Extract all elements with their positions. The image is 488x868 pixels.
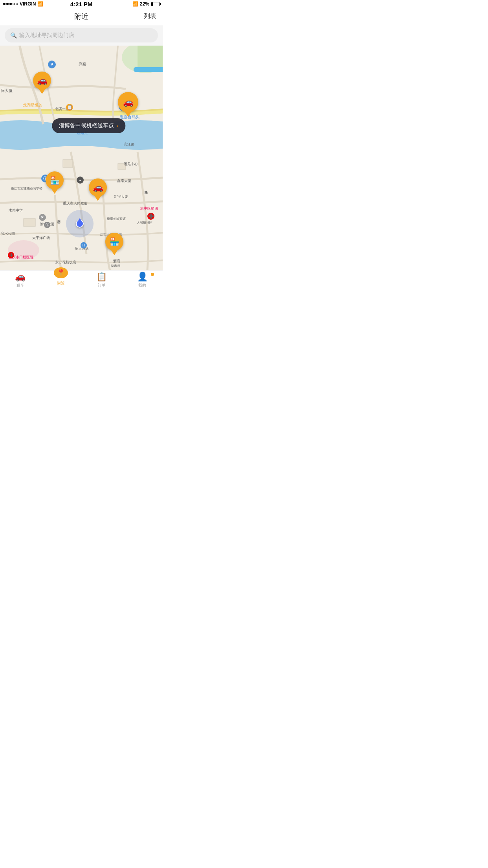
location-arrow (78, 218, 82, 221)
battery-box (151, 2, 160, 6)
pin-circle-1: 🚗 (33, 72, 51, 90)
fujin-icon: 📍 (54, 267, 68, 278)
car-icon-2: 🚗 (123, 97, 134, 107)
map-label-caishi: 菜市巷 (111, 264, 120, 268)
svg-rect-4 (134, 67, 163, 72)
info-icon-red-cross: ➕ (8, 252, 14, 258)
zuche-label: 租车 (17, 283, 24, 288)
map-label-xinyu: 新宇大厦 (114, 194, 128, 199)
pin-tail-4 (95, 196, 101, 201)
map-label-jiudian: 酒店 (113, 259, 120, 264)
wode-label: 我的 (138, 283, 146, 288)
fujin-label: 附近 (57, 281, 65, 286)
nav-title: 附近 (74, 12, 88, 21)
pin-circle-2: 🚗 (118, 92, 138, 112)
map-label-hongji: 重庆市宏建物业写字楼 (11, 186, 42, 191)
info-icon-1: 📋 (66, 104, 73, 111)
tab-item-dingdan[interactable]: 📋 订单 (81, 270, 122, 289)
parking-icon-1: P (48, 61, 56, 68)
tab-bar: 🚗 租车 📍 附近 📋 订单 👤 我的 (0, 270, 163, 289)
pin-tail-1 (39, 89, 45, 94)
battery-fill (151, 2, 153, 6)
info-icon-3: ✖ (39, 214, 46, 221)
map-label-taiping: 太平洋广场 (32, 235, 50, 241)
tab-item-fujin[interactable]: 📍 附近 (41, 267, 82, 286)
map-label-longhu: 龙湖星悦荟 (23, 103, 42, 108)
map-pin-shop-2[interactable]: 🏪 (105, 233, 123, 255)
svg-rect-7 (24, 219, 35, 226)
dingdan-icon: 📋 (96, 272, 107, 282)
status-right: 📶 22% (132, 1, 160, 7)
map-pin-car-1[interactable]: 🚗 (33, 72, 51, 94)
carrier-label: VIRGIN (20, 1, 36, 7)
bluetooth-icon: 📶 (132, 1, 138, 7)
dingdan-label: 订单 (98, 283, 106, 288)
car-icon-1: 🚗 (37, 75, 48, 86)
info-icon-hospital: ➕ (147, 213, 154, 220)
map-label-jidasha: 际大厦 (1, 88, 13, 94)
pin-tail-3 (51, 189, 58, 194)
zuche-icon: 🚗 (15, 272, 26, 282)
location-pulse (66, 210, 94, 237)
signal-dot-2 (6, 3, 9, 5)
search-bar[interactable]: 🔍 输入地址寻找周边门店 (5, 28, 158, 42)
map-tooltip[interactable]: 淄博鲁中候机楼送车点 › (52, 118, 125, 133)
signal-dots (3, 3, 18, 5)
map-label-yuzhong: 渝中区第四 (140, 206, 158, 211)
info-icon-yuz: ⓘ (44, 222, 50, 228)
map-label-huayu: 重庆华渝宾馆 (107, 217, 126, 221)
location-center (76, 220, 84, 228)
pin-circle-4: 🚗 (89, 178, 107, 197)
signal-dot-5 (16, 3, 18, 5)
status-time: 4:21 PM (70, 1, 93, 7)
map-pin-car-3[interactable]: 🚗 (89, 178, 107, 201)
notification-dot (151, 273, 154, 276)
tab-item-zuche[interactable]: 🚗 租车 (0, 270, 41, 289)
status-bar: VIRGIN 📶 4:21 PM 📶 22% (0, 0, 163, 8)
svg-rect-2 (138, 46, 163, 69)
shop-icon-2: 🏪 (110, 237, 119, 246)
search-icon: 🔍 (10, 32, 17, 39)
search-placeholder: 输入地址寻找周边门店 (19, 32, 74, 39)
map-container[interactable]: 兴路 际大厦 龙湖星悦荟 北滨一路 嘉陵江 滨江路 瓷嘉台码头 远见中心 鑫泰大… (0, 46, 163, 270)
car-icon-3: 🚗 (93, 182, 103, 193)
map-label-zhengfu: 重庆市人民政府 (63, 201, 88, 206)
battery-percent: 22% (140, 1, 149, 7)
map-label-qiujing: 求精中学 (9, 208, 23, 213)
wifi-icon: 📶 (37, 1, 43, 7)
map-pin-shop-1[interactable]: 🏪 (46, 171, 64, 194)
map-label-binjianlu: 滨江路 (124, 142, 134, 147)
nav-right-button[interactable]: 列表 (144, 12, 156, 20)
pin-circle-3: 🏪 (46, 171, 64, 189)
signal-dot-4 (13, 3, 15, 5)
signal-dot-3 (9, 3, 12, 5)
map-label-renhe: 人和街社区 (137, 221, 152, 225)
search-bar-container: 🔍 输入地址寻找周边门店 (0, 25, 163, 46)
current-location (66, 210, 94, 237)
status-left: VIRGIN 📶 (3, 1, 43, 7)
battery-indicator (151, 2, 160, 6)
map-label-xintai: 鑫泰大厦 (117, 178, 131, 184)
map-label-yuanjian: 远见中心 (124, 162, 138, 167)
map-label-binshu: 滨水公园 (1, 231, 15, 236)
signal-dot-1 (3, 3, 6, 5)
pin-tail-5 (111, 250, 117, 255)
nav-bar: 附近 列表 (0, 8, 163, 25)
map-label-dongfang: 东方花苑饭店 (55, 260, 76, 265)
info-icon-2: ● (77, 177, 84, 184)
map-label-xinglu: 兴路 (79, 61, 86, 67)
svg-rect-5 (63, 160, 73, 167)
info-icon-hotel: H (81, 242, 87, 248)
wode-icon: 👤 (137, 272, 148, 282)
pin-circle-5: 🏪 (105, 233, 123, 251)
tooltip-text: 淄博鲁中候机楼送车点 (59, 122, 114, 129)
shop-icon-1: 🏪 (50, 176, 60, 185)
tooltip-arrow-icon: › (116, 123, 118, 129)
map-pin-car-2[interactable]: 🚗 (118, 92, 138, 117)
pin-tail-2 (125, 112, 131, 117)
tab-item-wode[interactable]: 👤 我的 (122, 270, 163, 289)
